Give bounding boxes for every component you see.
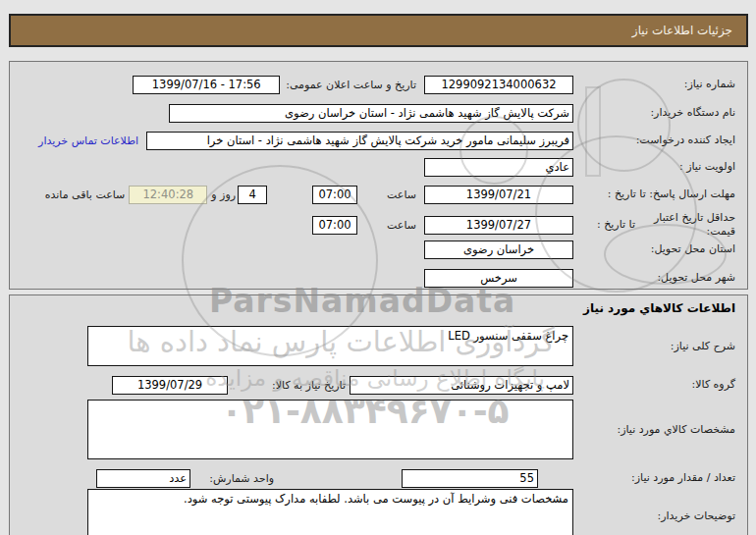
goods-section-title: اطلاعات کالاهاي مورد نیاز [583,301,735,315]
buyer-org-field[interactable]: شرکت پالایش گاز شهید هاشمی نژاد - استان … [169,104,573,123]
quantity-row: تعداد / مقدار مورد نیاز: 55 واحد شمارش: … [22,468,735,488]
reply-deadline-time-field[interactable]: 07:00 [312,186,357,204]
need-description-row: شرح کلی نیاز: چراغ سقفی سنسور LED [22,326,735,366]
need-info-panel: شماره نیاز: 1299092134000632 تاریخ و ساع… [9,61,748,290]
remaining-suffix-label: ساعت باقی مانده [45,188,126,201]
buyer-org-row: نام دستگاه خریدار: شرکت پالایش گاز شهید … [22,103,735,123]
priority-row: اولویت نیاز : عادي [22,157,735,177]
requester-field[interactable]: فریبرز سلیمانی مامور خرید شرکت پالایش گا… [146,132,573,150]
quantity-label: تعداد / مقدار مورد نیاز: [573,471,735,485]
announce-datetime-label: تاریخ و ساعت اعلان عمومی: [286,79,416,91]
price-validity-hour-label: ساعت [387,219,416,232]
buyer-notes-label: توضیحات خریدار: [573,509,735,523]
delivery-city-label: شهر محل تحویل: [573,271,735,285]
buyer-contact-link[interactable]: اطلاعات تماس خریدار [38,134,138,147]
price-validity-time-field[interactable]: 07:00 [312,216,357,235]
price-validity-label: حداقل تاریخ اعتبار قیمت: [635,211,735,239]
announce-datetime-field[interactable]: 1399/07/16 - 17:56 [133,76,280,94]
need-number-field[interactable]: 1299092134000632 [424,76,573,94]
need-details-page: جزئیات اطلاعات نیاز شماره نیاز: 12990921… [0,0,756,535]
goods-group-field[interactable]: لامپ و تجهیزات روشنائی [350,376,573,395]
countdown-timer: 12:40:28 [129,186,207,204]
goods-group-row: گروه کالا: لامپ و تجهیزات روشنائی تاریخ … [22,375,735,395]
priority-label: اولویت نیاز : [573,160,735,174]
reply-deadline-date-field[interactable]: 1399/07/21 [424,186,573,204]
specs-label: مشخصات کالاي مورد نیاز: [573,423,735,437]
specs-row: مشخصات کالاي مورد نیاز: [22,400,735,459]
need-description-label: شرح کلی نیاز: [573,340,735,353]
requester-row: ایجاد کننده درخواست: فریبرز سلیمانی مامو… [22,131,735,150]
need-by-date-field[interactable]: 1399/07/29 [112,376,228,395]
goods-group-label: گروه کالا: [573,378,735,392]
reply-deadline-label: مهلت ارسال پاسخ: تا تاریخ : [573,187,735,201]
quantity-field[interactable]: 55 [402,469,538,488]
need-number-row: شماره نیاز: 1299092134000632 تاریخ و ساع… [22,75,735,94]
price-validity-date-field[interactable]: 1399/07/27 [424,216,573,235]
reply-hour-label: ساعت [387,188,416,201]
requester-label: ایجاد کننده درخواست: [573,134,735,147]
buyer-notes-field[interactable]: مشخصات فنی وشرایط آن در پیوست می باشد. ل… [87,489,573,535]
need-by-date-label: تاریخ نیاز به کالا: [272,379,346,392]
unit-field[interactable]: عدد [96,469,190,488]
reply-deadline-row: مهلت ارسال پاسخ: تا تاریخ : 1399/07/21 س… [22,185,735,204]
need-number-label: شماره نیاز: [573,78,735,91]
delivery-city-row: شهر محل تحویل: سرخس [22,268,735,288]
delivery-province-field[interactable]: خراسان رضوی [424,241,573,259]
goods-info-panel: اطلاعات کالاهاي مورد نیاز شرح کلی نیاز: … [9,294,748,535]
until-date-label: تا تاریخ : [597,218,635,232]
delivery-city-field[interactable]: سرخس [424,269,573,288]
need-description-field[interactable]: چراغ سقفی سنسور LED [87,326,573,366]
delivery-province-label: استان محل تحویل: [573,242,735,256]
price-validity-label-group: حداقل تاریخ اعتبار قیمت: تا تاریخ : [573,211,735,239]
price-validity-row: حداقل تاریخ اعتبار قیمت: تا تاریخ : 1399… [22,209,735,241]
page-title-bar: جزئیات اطلاعات نیاز [9,14,748,47]
buyer-notes-row: توضیحات خریدار: مشخصات فنی وشرایط آن در … [22,489,735,535]
delivery-province-row: استان محل تحویل: خراسان رضوی [22,240,735,259]
remaining-days-label: روز و [211,188,236,201]
specs-field[interactable] [87,400,573,459]
unit-label: واحد شمارش: [209,472,274,485]
priority-field[interactable]: عادي [424,158,573,177]
remaining-days-field: 4 [238,186,267,204]
buyer-org-label: نام دستگاه خریدار: [573,106,735,120]
page-title: جزئیات اطلاعات نیاز [632,24,732,37]
